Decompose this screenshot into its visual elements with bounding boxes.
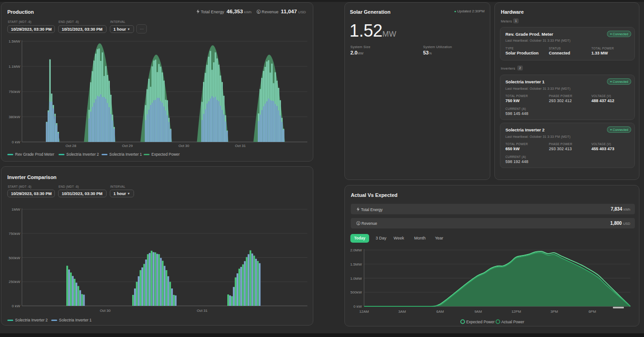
svg-text:1.0MW: 1.0MW <box>350 277 362 281</box>
svg-text:6PM: 6PM <box>589 310 596 314</box>
svg-text:750kW: 750kW <box>9 232 20 236</box>
svg-text:1MW: 1MW <box>11 207 20 212</box>
svg-text:500kW: 500kW <box>9 256 20 260</box>
svg-text:6AM: 6AM <box>436 310 444 314</box>
svg-text:Oct 29: Oct 29 <box>122 144 133 148</box>
svg-text:250kW: 250kW <box>9 280 20 284</box>
svg-text:Oct 31: Oct 31 <box>197 309 208 313</box>
svg-text:12AM: 12AM <box>360 310 369 314</box>
svg-text:Oct 30: Oct 30 <box>100 309 111 313</box>
svg-text:380kW: 380kW <box>9 115 20 119</box>
svg-text:12PM: 12PM <box>511 310 521 314</box>
svg-text:0 kW: 0 kW <box>12 140 21 144</box>
svg-text:1.5MW: 1.5MW <box>350 262 362 266</box>
svg-text:9AM: 9AM <box>474 310 482 314</box>
svg-text:1.1MW: 1.1MW <box>9 65 21 69</box>
svg-text:750kW: 750kW <box>9 90 20 94</box>
svg-text:0 kW: 0 kW <box>12 304 21 308</box>
svg-text:Oct 28: Oct 28 <box>65 144 76 148</box>
svg-text:3PM: 3PM <box>550 310 558 314</box>
svg-text:3AM: 3AM <box>398 310 406 314</box>
svg-text:Oct 31: Oct 31 <box>235 144 246 148</box>
svg-text:2.0MW: 2.0MW <box>350 248 362 252</box>
svg-text:Oct 30: Oct 30 <box>178 144 189 148</box>
svg-text:500kW: 500kW <box>350 290 362 294</box>
svg-text:1.5MW: 1.5MW <box>9 39 21 43</box>
svg-text:0 kW: 0 kW <box>354 304 362 309</box>
